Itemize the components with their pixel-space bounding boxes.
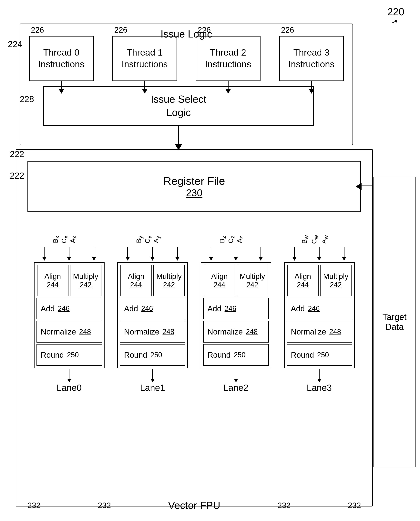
main-arrow-line	[178, 126, 179, 145]
lane-3-align-num: 244	[297, 281, 308, 289]
thread-0-wrapper: 226 Thread 0Instructions	[29, 25, 94, 94]
lane-3-bottom-arrow	[317, 369, 321, 383]
lane-1-normalize-box: Normalize 248	[120, 321, 185, 343]
lane-0-normalize-box: Normalize 248	[37, 321, 102, 343]
thread-2-wrapper: 226 Thread 2Instructions	[196, 25, 261, 94]
target-data-box: TargetData	[373, 177, 416, 467]
arrow-cx-head	[67, 257, 71, 261]
lane-1-normalize-label: Normalize	[124, 328, 159, 336]
lane-0: Bx Cx Ax	[32, 220, 106, 393]
arrow-az-line	[261, 247, 261, 257]
lane-1-reg-arrows	[115, 247, 190, 261]
label-ax: Ax	[69, 236, 78, 243]
lane-2-label: Lane2	[199, 383, 273, 393]
lane-3-multiply-box: Multiply 242	[320, 265, 352, 296]
arrow-cz-line	[236, 247, 236, 257]
lane-2-inner-box: Align 244 Multiply 242 Add 246 Normalize…	[201, 262, 271, 368]
arrow-ax	[92, 247, 96, 261]
label-bw: Bw	[300, 235, 309, 244]
lane-1-align-num: 244	[130, 281, 142, 289]
arrow-cz	[234, 247, 238, 261]
lane-0-add-box: Add 246	[37, 298, 102, 319]
lane-1-align-label: Align	[128, 272, 144, 281]
thread-3-box: Thread 3Instructions	[279, 36, 344, 81]
arrow-bx-line	[44, 247, 45, 257]
arrow-by-line	[127, 247, 128, 257]
arrow-bw	[292, 247, 296, 261]
lane-3: Bw Cw Aw	[282, 220, 357, 393]
lane-3-align-label: Align	[294, 272, 311, 281]
arrow-by-head	[126, 257, 130, 261]
lane-2-round-label: Round	[208, 351, 231, 360]
lane-0-round-box: Round 250	[37, 344, 102, 366]
label-226-2: 226	[198, 25, 211, 34]
lane-0-arrow-head	[67, 379, 71, 383]
lane-1-multiply-box: Multiply 242	[153, 265, 185, 296]
lane-3-am-row: Align 244 Multiply 242	[287, 265, 352, 296]
lane-2-add-label: Add	[208, 304, 221, 313]
lane-1-inner-box: Align 244 Multiply 242 Add 246 Normalize…	[117, 262, 188, 368]
lane-1-add-box: Add 246	[120, 298, 185, 319]
register-file-box: Register File 230	[28, 161, 361, 212]
lane-3-normalize-box: Normalize 248	[287, 321, 352, 343]
lane-0-inner-box: Align 244 Multiply 242 Add 246 Normalize…	[34, 262, 105, 368]
thread-1-box: Thread 1Instructions	[112, 36, 177, 81]
label-cy: Cy	[144, 236, 153, 243]
arrow-bx-head	[42, 257, 46, 261]
arrow-cx-line	[69, 247, 69, 257]
lane-0-multiply-box: Multiply 242	[70, 265, 101, 296]
lane-2-normalize-box: Normalize 248	[203, 321, 269, 343]
lane-0-align-box: Align 244	[37, 265, 68, 296]
arrow-ay-line	[177, 247, 178, 257]
lane-2-am-row: Align 244 Multiply 242	[203, 265, 269, 296]
lane-3-inner-box: Align 244 Multiply 242 Add 246 Normalize…	[284, 262, 355, 368]
lane-0-multiply-num: 242	[80, 281, 91, 289]
lane-0-rotated-labels: Bx Cx Ax	[57, 220, 81, 245]
register-file-title: Register File	[163, 175, 225, 187]
arrow-cy	[150, 247, 154, 261]
arrow-cy-head	[150, 257, 154, 261]
lane-3-normalize-label: Normalize	[291, 328, 326, 336]
thread-1-wrapper: 226 Thread 1Instructions	[112, 25, 177, 94]
arrow-ax-head	[92, 257, 96, 261]
label-by: By	[135, 236, 144, 243]
lane-2-round-num: 250	[234, 351, 245, 359]
label-226-1: 226	[114, 25, 128, 34]
arrow-cy-line	[152, 247, 153, 257]
lane-1-round-label: Round	[124, 351, 147, 360]
label-228: 228	[20, 94, 34, 104]
lane-2-align-label: Align	[211, 272, 228, 281]
arrow-aw-head	[342, 257, 346, 261]
arrow-bz	[209, 247, 213, 261]
thread-2-box: Thread 2Instructions	[196, 36, 261, 81]
lane-0-add-label: Add	[41, 304, 55, 313]
label-ay: Ay	[152, 236, 161, 243]
lane-0-arrow-line	[69, 369, 69, 379]
register-file-num: 230	[186, 187, 202, 199]
lane-3-round-box: Round 250	[287, 344, 352, 366]
arrow-cw-head	[317, 257, 321, 261]
lane-2-arrow-head	[234, 379, 238, 383]
vfpu-232-3: 232	[348, 501, 361, 510]
arrow-by	[126, 247, 130, 261]
lane-3-reg-arrows	[282, 247, 357, 261]
lane-0-label: Lane0	[32, 383, 106, 393]
lane-1-multiply-label: Multiply	[156, 272, 182, 281]
lane-1-am-row: Align 244 Multiply 242	[120, 265, 185, 296]
lane-3-align-box: Align 244	[287, 265, 319, 296]
lane-3-round-num: 250	[317, 351, 329, 359]
lane-2-arrow-line	[236, 369, 236, 379]
vfpu-232-2: 232	[278, 501, 291, 510]
arrow-cz-head	[234, 257, 238, 261]
arrow-bz-head	[209, 257, 213, 261]
label-cz: Cz	[227, 236, 236, 243]
label-226-3: 226	[281, 25, 294, 34]
lane-0-add-num: 246	[58, 305, 70, 313]
lane-2-align-box: Align 244	[204, 265, 235, 296]
register-file-content: Register File 230	[28, 161, 360, 211]
diagram: 220 ↙ Issue Logic 224 226 Thread 0Instru…	[0, 0, 420, 521]
vector-fpu-bar: 232 232 Vector FPU 232 232	[28, 499, 361, 511]
lane-3-arrow-line	[319, 369, 320, 379]
target-arrow-line	[361, 185, 373, 186]
lane-1-normalize-num: 248	[163, 328, 174, 336]
